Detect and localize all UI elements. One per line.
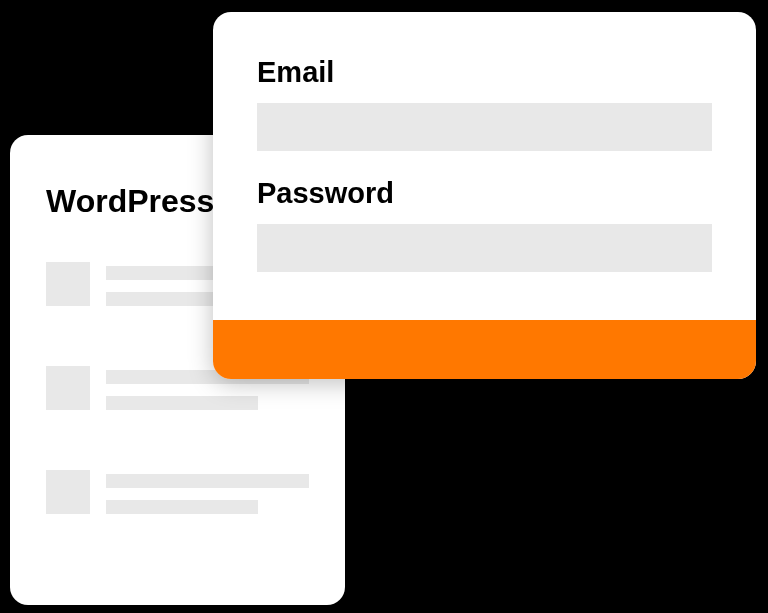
submit-button[interactable]	[213, 320, 756, 379]
thumbnail-placeholder	[46, 366, 90, 410]
password-label: Password	[257, 177, 712, 210]
thumbnail-placeholder	[46, 262, 90, 306]
thumbnail-placeholder	[46, 470, 90, 514]
login-card: Email Password	[213, 12, 756, 379]
text-line-placeholder	[106, 500, 258, 514]
text-placeholder	[106, 470, 309, 526]
list-item	[46, 470, 309, 526]
email-field[interactable]	[257, 103, 712, 151]
login-form: Email Password	[213, 12, 756, 320]
password-field[interactable]	[257, 224, 712, 272]
email-label: Email	[257, 56, 712, 89]
text-line-placeholder	[106, 396, 258, 410]
text-line-placeholder	[106, 474, 309, 488]
